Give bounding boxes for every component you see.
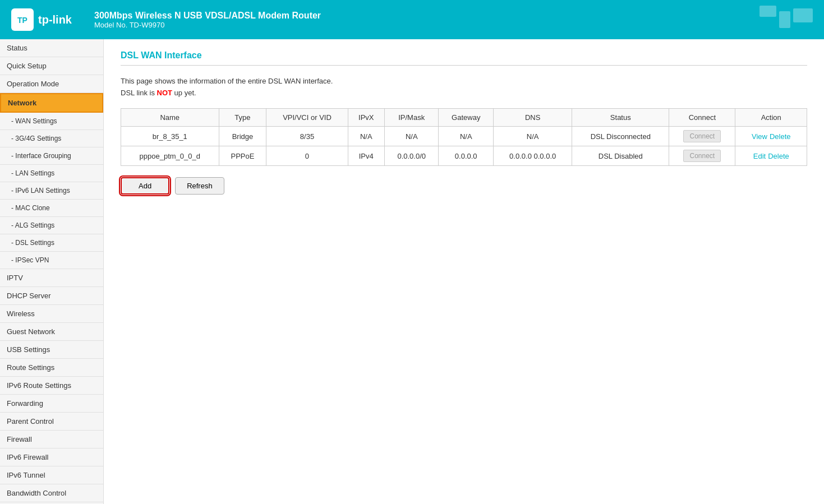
table-header-type: Type: [219, 109, 266, 127]
button-row: Add Refresh: [121, 177, 807, 195]
sidebar: StatusQuick SetupOperation ModeNetwork- …: [0, 39, 104, 504]
sidebar-item-usb-settings[interactable]: USB Settings: [0, 341, 103, 359]
sidebar-item-status[interactable]: Status: [0, 39, 103, 57]
header-main-title: 300Mbps Wireless N USB VDSL/ADSL Modem R…: [94, 11, 321, 21]
refresh-button[interactable]: Refresh: [175, 177, 224, 195]
sidebar-item-wireless[interactable]: Wireless: [0, 305, 103, 323]
connect-button-row-0[interactable]: Connect: [683, 130, 721, 142]
table-cell-2: 8/35: [266, 127, 348, 146]
description-text: This page shows the information of the e…: [121, 77, 807, 85]
table-cell-7: DSL Disabled: [572, 146, 669, 166]
edit-link-row-1[interactable]: Edit: [753, 152, 766, 160]
table-cell-6: N/A: [493, 127, 572, 146]
header-title: 300Mbps Wireless N USB VDSL/ADSL Modem R…: [94, 11, 321, 29]
table-cell-2: 0: [266, 146, 348, 166]
connect-cell: Connect: [669, 146, 735, 166]
main-layout: StatusQuick SetupOperation ModeNetwork- …: [0, 39, 824, 504]
sidebar-item-operation-mode[interactable]: Operation Mode: [0, 75, 103, 93]
dsl-status-text: DSL link is NOT up yet.: [121, 89, 807, 97]
sidebar-item-ipv6-firewall[interactable]: IPv6 Firewall: [0, 448, 103, 466]
header-sub-title: Model No. TD-W9970: [94, 21, 321, 29]
sidebar-item-forwarding[interactable]: Forwarding: [0, 395, 103, 413]
table-header-vpi-vci-or-vid: VPI/VCI or VID: [266, 109, 348, 127]
tp-link-logo-icon: TP: [11, 8, 34, 31]
content-area: DSL WAN Interface This page shows the in…: [104, 39, 824, 504]
action-cell: EditDelete: [735, 146, 807, 166]
sidebar-item-alg-settings[interactable]: - ALG Settings: [0, 217, 103, 234]
table-cell-1: Bridge: [219, 127, 266, 146]
dsl-not-text: NOT: [157, 89, 172, 97]
sidebar-item-ipv6-tunnel[interactable]: IPv6 Tunnel: [0, 466, 103, 484]
sidebar-item-ipv6-route-settings[interactable]: IPv6 Route Settings: [0, 377, 103, 395]
table-cell-1: PPPoE: [219, 146, 266, 166]
sidebar-item-network[interactable]: Network: [0, 93, 103, 113]
divider: [121, 65, 807, 66]
table-cell-4: 0.0.0.0/0: [384, 146, 439, 166]
table-header-ipvx: IPvX: [348, 109, 384, 127]
table-header-connect: Connect: [669, 109, 735, 127]
sidebar-item-mac-clone[interactable]: - MAC Clone: [0, 200, 103, 217]
table-cell-0: br_8_35_1: [121, 127, 219, 146]
connect-button-row-1[interactable]: Connect: [683, 150, 721, 162]
sidebar-item-3g4g-settings[interactable]: - 3G/4G Settings: [0, 130, 103, 147]
table-cell-6: 0.0.0.0 0.0.0.0: [493, 146, 572, 166]
sidebar-item-bandwidth-control[interactable]: Bandwidth Control: [0, 484, 103, 502]
table-cell-5: 0.0.0.0: [439, 146, 494, 166]
table-header-ip-mask: IP/Mask: [384, 109, 439, 127]
sidebar-item-dhcp-server[interactable]: DHCP Server: [0, 287, 103, 305]
sidebar-item-dsl-settings[interactable]: - DSL Settings: [0, 234, 103, 252]
sidebar-item-parent-control[interactable]: Parent Control: [0, 413, 103, 431]
table-header-action: Action: [735, 109, 807, 127]
view-link-row-0[interactable]: View: [752, 132, 767, 141]
table-cell-4: N/A: [384, 127, 439, 146]
connect-cell: Connect: [669, 127, 735, 146]
table-header-dns: DNS: [493, 109, 572, 127]
dsl-status-prefix: DSL link is: [121, 89, 157, 97]
deco-rect-3: [793, 8, 813, 22]
sidebar-item-quick-setup[interactable]: Quick Setup: [0, 57, 103, 75]
table-cell-3: N/A: [348, 127, 384, 146]
sidebar-item-route-settings[interactable]: Route Settings: [0, 359, 103, 377]
svg-text:TP: TP: [17, 16, 27, 25]
table-cell-0: pppoe_ptm_0_0_d: [121, 146, 219, 166]
logo: TP tp-link: [11, 8, 72, 31]
header-decorations: [759, 6, 813, 28]
table-cell-7: DSL Disconnected: [572, 127, 669, 146]
dsl-status-suffix: up yet.: [172, 89, 196, 97]
sidebar-item-wan-settings[interactable]: - WAN Settings: [0, 113, 103, 130]
sidebar-item-lan-settings[interactable]: - LAN Settings: [0, 165, 103, 182]
sidebar-item-guest-network[interactable]: Guest Network: [0, 323, 103, 341]
add-button[interactable]: Add: [121, 177, 169, 195]
sidebar-item-firewall[interactable]: Firewall: [0, 431, 103, 448]
page-title: DSL WAN Interface: [121, 50, 807, 61]
table-header-status: Status: [572, 109, 669, 127]
sidebar-item-interface-grouping[interactable]: - Interface Grouping: [0, 147, 103, 165]
sidebar-item-iptv[interactable]: IPTV: [0, 269, 103, 287]
wan-table: NameTypeVPI/VCI or VIDIPvXIP/MaskGateway…: [121, 108, 807, 166]
table-header-gateway: Gateway: [439, 109, 494, 127]
deco-rect-1: [759, 6, 776, 17]
header: TP tp-link 300Mbps Wireless N USB VDSL/A…: [0, 0, 824, 39]
table-header-name: Name: [121, 109, 219, 127]
table-row: br_8_35_1Bridge8/35N/AN/AN/AN/ADSL Disco…: [121, 127, 807, 146]
deco-rect-2: [779, 11, 790, 28]
table-cell-3: IPv4: [348, 146, 384, 166]
sidebar-item-ipv6-lan-settings[interactable]: - IPv6 LAN Settings: [0, 182, 103, 200]
table-cell-5: N/A: [439, 127, 494, 146]
logo-text: tp-link: [38, 13, 72, 26]
action-cell: ViewDelete: [735, 127, 807, 146]
table-row: pppoe_ptm_0_0_dPPPoE0IPv40.0.0.0/00.0.0.…: [121, 146, 807, 166]
delete-link-row-1[interactable]: Delete: [768, 152, 789, 160]
delete-link-row-0[interactable]: Delete: [770, 132, 791, 141]
sidebar-item-ipsec-vpn[interactable]: - IPSec VPN: [0, 252, 103, 269]
